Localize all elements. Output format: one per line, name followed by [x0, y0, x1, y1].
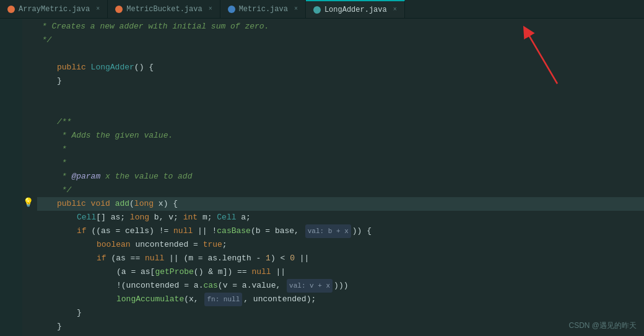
code-keyword-public-1: public: [57, 61, 91, 74]
code-line-4: public LongAdder () {: [37, 61, 644, 74]
tab-close-metric[interactable]: ×: [294, 6, 298, 12]
watermark: CSDN @遇见的昨天: [568, 321, 637, 331]
code-line-6: [37, 88, 644, 102]
tab-close-array-metric[interactable]: ×: [96, 6, 100, 12]
code-line-3: [37, 47, 644, 61]
gutter: 💡: [22, 19, 32, 336]
inline-hint-val2: val: v + x: [287, 279, 333, 293]
code-line-17: boolean uncontended = true ;: [37, 238, 644, 252]
tab-icon-metric: [228, 6, 235, 13]
code-line-20: !( uncontended = a. cas ( v = a.value, v…: [37, 279, 644, 293]
tab-bar: ArrayMetric.java × MetricBucket.java × M…: [0, 0, 644, 19]
code-line-10: *: [37, 143, 644, 156]
tab-close-metric-bucket[interactable]: ×: [209, 6, 212, 12]
tab-metric-bucket[interactable]: MetricBucket.java ×: [108, 0, 220, 18]
code-line-5: }: [37, 74, 644, 88]
tab-label-metric-bucket: MetricBucket.java: [126, 5, 202, 14]
tab-long-adder[interactable]: LongAdder.java ×: [306, 0, 405, 18]
inline-hint-fn: fn: null: [204, 293, 242, 306]
code-line-8: /**: [37, 115, 644, 129]
tab-metric[interactable]: Metric.java ×: [220, 0, 306, 18]
line-numbers: [0, 19, 22, 336]
code-line-23: }: [37, 320, 644, 334]
tab-array-metric[interactable]: ArrayMetric.java ×: [0, 0, 108, 18]
inline-hint-val1: val: b + x: [305, 224, 351, 238]
code-line-18: if ( as == null || ( m = as.length - 1 )…: [37, 252, 644, 265]
code-line-11: *: [37, 156, 644, 170]
code-content[interactable]: * Creates a new adder with initial sum o…: [32, 19, 644, 336]
code-text-2: */: [37, 33, 51, 47]
code-line-15: Cell [] as; long b, v; int m; Cell a;: [37, 211, 644, 224]
code-line-21: longAccumulate ( x, fn: null , uncontend…: [37, 293, 644, 306]
tab-label-long-adder: LongAdder.java: [324, 6, 387, 14]
code-line-1: * Creates a new adder with initial sum o…: [37, 20, 644, 33]
code-line-16: if (( as = cells) != null || ! casBase (…: [37, 224, 644, 238]
code-type-longadder: LongAdder: [91, 61, 134, 74]
code-line-14: public void add ( long x ) {: [37, 197, 644, 211]
tab-label-metric: Metric.java: [239, 5, 288, 14]
tab-icon-long-adder: [313, 6, 321, 14]
code-line-7: [37, 102, 644, 115]
tab-icon-metric-bucket: [115, 6, 123, 13]
code-line-9: * Adds the given value.: [37, 129, 644, 143]
code-line-13: */: [37, 183, 644, 197]
tab-icon-array-metric: [7, 6, 15, 13]
tab-close-long-adder[interactable]: ×: [393, 6, 397, 13]
code-line-22: }: [37, 306, 644, 320]
code-line-2: */: [37, 33, 644, 47]
code-line-19: ( a = as[ getProbe () & m]) == null ||: [37, 265, 644, 279]
code-area: 💡 * Creates a new adder with initial sum…: [0, 19, 644, 336]
code-line-12: * @param x the value to add: [37, 170, 644, 183]
tab-label-array-metric: ArrayMetric.java: [19, 5, 90, 14]
code-text-1: * Creates a new adder with initial sum o…: [37, 20, 269, 33]
